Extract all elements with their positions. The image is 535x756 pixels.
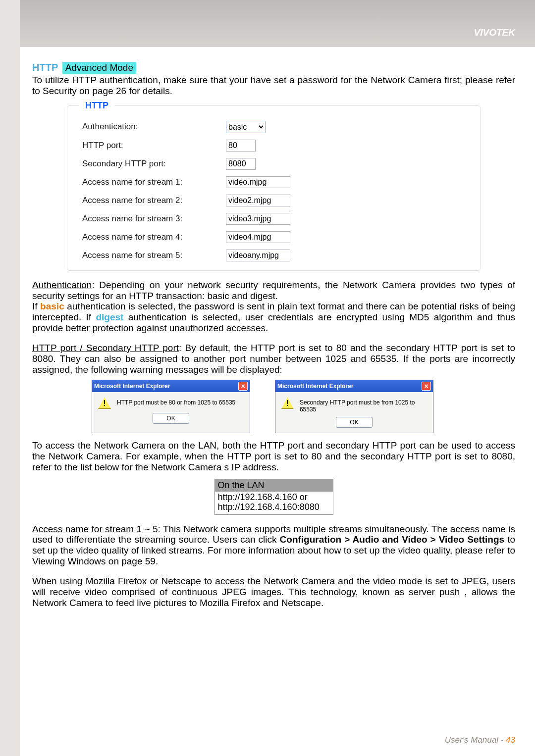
mozilla-para: When using Mozilla Firefox or Netscape t… — [32, 576, 515, 608]
advanced-mode-badge: Advanced Mode — [62, 62, 136, 74]
dialog1-titlebar: Microsoft Internet Explorer × — [92, 380, 250, 392]
basic-highlight: basic — [40, 301, 64, 311]
stream3-input[interactable] — [226, 213, 290, 225]
http-settings-panel: HTTP Authentication: basic HTTP port: Se… — [67, 105, 481, 271]
port-para: HTTP port / Secondary HTTP port: By defa… — [32, 343, 515, 375]
stream5-label: Access name for stream 5: — [82, 251, 226, 260]
section-heading: HTTP Advanced Mode — [32, 62, 515, 74]
row-authentication: Authentication: basic — [82, 121, 465, 133]
auth-para: Authentication: Depending on your networ… — [32, 280, 515, 334]
row-stream5: Access name for stream 5: — [82, 250, 465, 261]
page-header: VIVOTEK — [20, 0, 535, 47]
page-content: HTTP Advanced Mode To utilize HTTP authe… — [32, 62, 515, 608]
dialog-row: Microsoft Internet Explorer × HTTP port … — [92, 380, 456, 433]
http-port-label: HTTP port: — [82, 141, 226, 151]
lan-box-head: On the LAN — [215, 479, 333, 492]
access-lead: Access name for stream 1 ~ 5 — [32, 524, 158, 534]
page-left-stripe — [0, 0, 20, 756]
page-footer: User's Manual - 43 — [445, 735, 515, 745]
lan-line2: http://192.168.4.160:8080 — [218, 502, 320, 512]
dialog-secondary-port: Microsoft Internet Explorer × Secondary … — [275, 380, 433, 433]
dialog2-msg: Secondary HTTP port must be from 1025 to… — [300, 397, 427, 413]
row-secondary-port: Secondary HTTP port: — [82, 158, 465, 170]
dialog2-title: Microsoft Internet Explorer — [277, 383, 353, 390]
stream1-label: Access name for stream 1: — [82, 177, 226, 187]
stream3-label: Access name for stream 3: — [82, 214, 226, 224]
section-title: HTTP — [32, 62, 58, 73]
intro-para: To utilize HTTP authentication, make sur… — [32, 75, 515, 97]
warning-icon — [98, 397, 111, 409]
http-port-input[interactable] — [226, 140, 256, 151]
lan-line1: http://192.168.4.160 or — [218, 492, 308, 502]
close-icon[interactable]: × — [422, 382, 431, 391]
auth-lead: Authentication — [32, 280, 92, 290]
config-path: Configuration > Audio and Video > Video … — [280, 534, 505, 545]
row-http-port: HTTP port: — [82, 140, 465, 151]
stream1-input[interactable] — [226, 176, 290, 188]
dialog2-titlebar: Microsoft Internet Explorer × — [275, 380, 433, 392]
warning-icon — [281, 397, 294, 409]
footer-label: User's Manual - — [445, 735, 506, 745]
stream5-input[interactable] — [226, 250, 290, 261]
lan-address-box: On the LAN http://192.168.4.160 or http:… — [214, 479, 333, 515]
dialog2-ok-button[interactable]: OK — [336, 417, 373, 428]
dialog1-msg: HTTP port must be 80 or from 1025 to 655… — [117, 397, 235, 406]
row-stream1: Access name for stream 1: — [82, 176, 465, 188]
row-stream2: Access name for stream 2: — [82, 195, 465, 206]
secondary-port-input[interactable] — [226, 158, 256, 170]
auth-select[interactable]: basic — [226, 121, 266, 133]
auth-label: Authentication: — [82, 122, 226, 132]
stream4-label: Access name for stream 4: — [82, 232, 226, 242]
stream2-label: Access name for stream 2: — [82, 196, 226, 205]
lan-para: To access the Network Camera on the LAN,… — [32, 440, 515, 473]
dialog-http-port: Microsoft Internet Explorer × HTTP port … — [92, 380, 250, 433]
panel-legend: HTTP — [79, 101, 114, 111]
close-icon[interactable]: × — [238, 382, 248, 391]
stream4-input[interactable] — [226, 231, 290, 243]
lan-box-body: http://192.168.4.160 or http://192.168.4… — [215, 492, 333, 514]
dialog1-title: Microsoft Internet Explorer — [94, 383, 170, 390]
access-para: Access name for stream 1 ~ 5: This Netwo… — [32, 524, 515, 567]
secondary-port-label: Secondary HTTP port: — [82, 159, 226, 169]
footer-page: 43 — [506, 735, 515, 745]
row-stream3: Access name for stream 3: — [82, 213, 465, 225]
stream2-input[interactable] — [226, 195, 290, 206]
port-lead: HTTP port / Secondary HTTP port — [32, 343, 179, 353]
digest-highlight: digest — [96, 312, 123, 322]
dialog1-ok-button[interactable]: OK — [153, 413, 189, 424]
row-stream4: Access name for stream 4: — [82, 231, 465, 243]
brand-label: VIVOTEK — [474, 27, 515, 38]
